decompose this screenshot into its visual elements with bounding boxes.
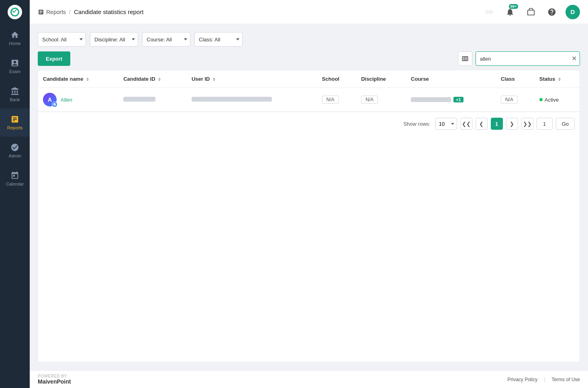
page-go-button[interactable]: Go [556,118,575,130]
school-filter-wrapper: School: All [38,32,86,47]
sidebar-item-reports[interactable]: Reports [0,108,30,137]
reports-icon [10,115,19,124]
ghost-icon-1 [482,5,496,19]
page-next-button[interactable]: ❯ [506,118,518,130]
svg-point-0 [485,10,490,14]
filter-bar: School: All Discipline: All Course: All … [38,32,580,47]
discipline-na-tag: N/A [361,96,378,104]
col-discipline: Discipline [356,70,406,88]
candidate-id-blurred [123,97,155,102]
bell-icon [506,8,514,16]
sidebar-item-admin-label: Admin [8,153,21,158]
breadcrumb: Reports / Candidate statistics report [38,8,143,15]
col-school: School [317,70,357,88]
logo-circle [8,5,22,19]
logo-inner [10,8,19,16]
cell-school: N/A [317,88,357,112]
footer-links: Privacy Policy | Terms of Use [508,377,580,382]
breadcrumb-reports-link[interactable]: Reports [38,9,66,15]
columns-toggle-button[interactable] [458,51,472,66]
notification-bell-button[interactable]: 99+ [503,5,517,19]
header-icons: 99+ D [482,5,580,19]
suitcase-icon [527,8,535,16]
sidebar-item-reports-label: Reports [7,125,23,130]
candidates-table: Candidate name Candidate ID User ID [38,70,580,112]
help-button[interactable] [545,5,559,19]
cell-class: N/A [496,88,535,112]
cell-candidate-name: A Allen [38,88,118,112]
exam-icon [10,59,19,67]
svg-point-1 [489,10,494,14]
rows-per-page-select[interactable]: 10 25 50 100 [435,118,457,130]
page-jump-input[interactable] [537,118,553,130]
app-logo [0,0,30,24]
page-1-button[interactable]: 1 [491,118,503,130]
sidebar: Home Exam Bank Reports Admin Calendar [0,0,30,388]
terms-of-use-link[interactable]: Terms of Use [551,377,580,382]
sort-candidate-id[interactable] [158,78,161,81]
main-area: Reports / Candidate statistics report 99… [30,0,588,388]
page-last-button[interactable]: ❯❯ [521,118,533,130]
table-scroll: Candidate name Candidate ID User ID [38,70,580,112]
sidebar-item-admin[interactable]: Admin [0,137,30,165]
course-filter-wrapper: Course: All [142,32,190,47]
user-avatar-button[interactable]: D [566,5,580,19]
sidebar-item-bank[interactable]: Bank [0,80,30,108]
columns-icon [461,55,469,62]
footer-brand-name: MaivenPoint [38,378,71,385]
course-blurred [411,97,451,102]
avatar-badge-icon [53,103,56,106]
sort-status[interactable] [558,78,561,81]
avatar-letter: A [48,96,52,103]
school-na-tag: N/A [322,96,339,104]
footer-brand: POWERED BY MaivenPoint [38,374,71,385]
sort-user-id[interactable] [213,78,215,81]
data-table-container: Candidate name Candidate ID User ID [38,70,580,362]
class-filter-wrapper: Class: All [194,32,243,47]
col-candidate-id: Candidate ID [118,70,187,88]
col-course: Course [406,70,496,88]
search-input[interactable] [476,51,580,66]
sidebar-item-home-label: Home [9,41,20,46]
suitcase-button[interactable] [524,5,538,19]
logo-check-icon [12,8,16,12]
footer: POWERED BY MaivenPoint Privacy Policy | … [30,370,588,388]
class-filter[interactable]: Class: All [194,32,243,47]
help-icon [547,8,556,16]
cell-status: Active [535,88,580,112]
sort-candidate-name[interactable] [86,78,89,81]
export-button[interactable]: Export [38,51,70,66]
page-first-button[interactable]: ❮❮ [460,118,472,130]
breadcrumb-separator: / [69,9,71,15]
col-class: Class [496,70,535,88]
sidebar-item-home[interactable]: Home [0,24,30,52]
bank-icon [10,87,19,96]
col-status: Status [535,70,580,88]
candidate-avatar: A [43,93,57,106]
home-icon [10,31,19,39]
sidebar-item-bank-label: Bank [10,97,20,102]
col-candidate-name: Candidate name [38,70,118,88]
course-filter[interactable]: Course: All [142,32,190,47]
candidate-name-link[interactable]: Allen [61,97,72,103]
discipline-filter[interactable]: Discipline: All [90,32,138,47]
privacy-policy-link[interactable]: Privacy Policy [508,377,538,382]
course-plus-badge[interactable]: +1 [453,97,463,102]
cell-course: +1 [406,88,496,112]
table-row: A Allen [38,88,580,112]
sidebar-item-calendar-label: Calendar [6,182,24,186]
sidebar-item-calendar[interactable]: Calendar [0,165,30,193]
admin-icon [10,143,19,152]
school-filter[interactable]: School: All [38,32,86,47]
footer-separator: | [544,377,545,382]
discipline-filter-wrapper: Discipline: All [90,32,138,47]
user-id-blurred [192,97,272,102]
sidebar-item-exam[interactable]: Exam [0,52,30,80]
search-clear-button[interactable]: ✕ [572,55,577,62]
class-na-tag: N/A [501,96,518,104]
sidebar-item-exam-label: Exam [9,69,20,74]
page-title: Candidate statistics report [74,8,143,15]
cell-user-id [187,88,317,112]
pagination: Show rows: 10 25 50 100 ❮❮ ❮ 1 ❯ ❯❯ Go [38,112,580,135]
page-prev-button[interactable]: ❮ [476,118,488,130]
